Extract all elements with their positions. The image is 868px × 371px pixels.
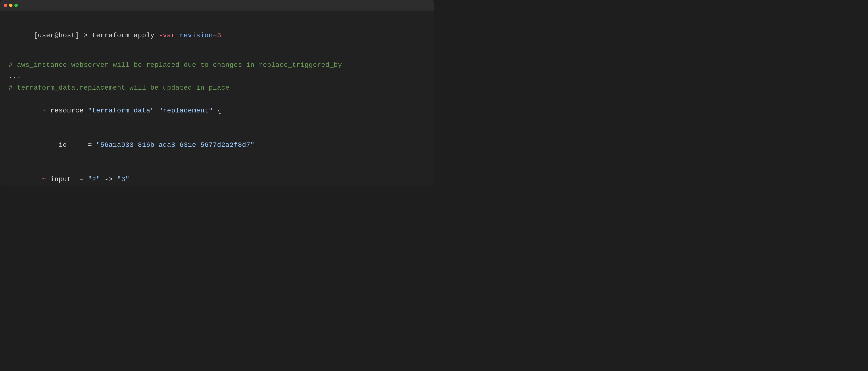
command-flag: -var [159, 32, 175, 39]
input-tilde: ~ [34, 176, 50, 183]
terminal-window: [user@host] > terraform apply -var revis… [0, 0, 434, 186]
command-var-value: 3 [217, 32, 221, 39]
resource-type: "terraform_data" [88, 107, 155, 114]
resource-keyword: resource [51, 107, 88, 114]
command-line: [user@host] > terraform apply -var revis… [9, 18, 425, 53]
prompt: [user@host] > [34, 32, 92, 39]
maximize-button[interactable] [14, 4, 18, 7]
command-terraform: terraform apply [92, 32, 159, 39]
input-line: ~ input = "2" -> "3" [9, 162, 425, 186]
id-value: "56a1a933-816b-ada8-631e-5677d2a2f8d7" [96, 141, 255, 149]
id-key: id = [34, 141, 96, 149]
id-line: id = "56a1a933-816b-ada8-631e-5677d2a2f8… [9, 128, 425, 162]
titlebar [0, 0, 434, 10]
close-button[interactable] [4, 4, 7, 7]
terminal-content: [user@host] > terraform apply -var revis… [0, 10, 434, 186]
input-arrow: -> [100, 176, 117, 183]
ellipsis-line-1: ... [9, 70, 425, 82]
command-equals: = [213, 32, 217, 39]
input-new: "3" [117, 176, 129, 183]
input-old: "2" [88, 176, 100, 183]
comment-line-1: # aws_instance.webserver will be replace… [9, 59, 425, 71]
resource-tilde: ~ [34, 107, 50, 114]
resource-name: "replacement" [155, 107, 213, 114]
resource-line: ~ resource "terraform_data" "replacement… [9, 94, 425, 128]
resource-brace: { [213, 107, 221, 114]
comment-line-2: # terraform_data.replacement will be upd… [9, 82, 425, 94]
command-var-name: revision [180, 32, 213, 39]
input-key: input = [51, 176, 88, 183]
command-space [176, 32, 180, 39]
minimize-button[interactable] [9, 4, 12, 7]
blank-line-1 [9, 53, 425, 59]
